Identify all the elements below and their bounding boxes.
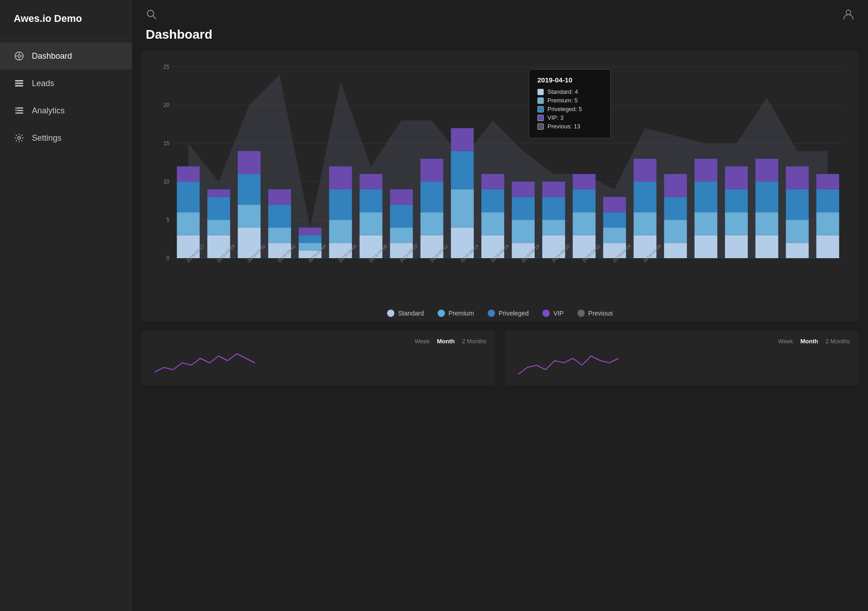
svg-rect-108 [756, 235, 778, 258]
legend-standard-label: Standard [398, 310, 424, 317]
svg-rect-38 [207, 197, 230, 220]
svg-rect-78 [512, 197, 535, 220]
leads-icon [14, 78, 25, 89]
svg-rect-106 [725, 189, 748, 212]
svg-rect-96 [664, 243, 687, 258]
bottom-cards: Week Month 2 Months Week Month 2 Months [141, 331, 859, 385]
svg-rect-95 [633, 159, 656, 182]
search-area[interactable] [146, 9, 157, 22]
card-1-svg [150, 349, 486, 377]
bottom-card-1: Week Month 2 Months [141, 331, 495, 385]
page-title: Dashboard [132, 27, 868, 51]
svg-rect-101 [694, 212, 717, 235]
legend-premium: Premium [438, 310, 474, 317]
svg-rect-100 [694, 235, 717, 258]
svg-rect-103 [694, 159, 717, 182]
svg-rect-102 [694, 182, 717, 212]
search-icon[interactable] [146, 9, 157, 22]
svg-rect-77 [512, 220, 535, 243]
card-2-svg [514, 349, 850, 377]
svg-rect-70 [451, 151, 474, 189]
svg-text:25: 25 [163, 64, 170, 70]
svg-rect-34 [177, 182, 199, 212]
svg-rect-90 [603, 212, 626, 228]
svg-rect-46 [268, 204, 291, 227]
legend-previous: Previous [577, 310, 613, 317]
svg-rect-94 [633, 182, 656, 212]
svg-rect-113 [786, 220, 809, 243]
svg-rect-112 [786, 243, 809, 258]
svg-rect-12 [15, 107, 17, 109]
svg-rect-71 [451, 128, 474, 151]
svg-rect-118 [816, 189, 839, 212]
svg-rect-97 [664, 220, 687, 243]
svg-rect-105 [725, 212, 748, 235]
svg-rect-115 [786, 166, 809, 189]
sidebar-nav: Dashboard Leads [0, 39, 132, 152]
sidebar-item-leads[interactable]: Leads [0, 70, 132, 97]
svg-rect-81 [542, 220, 565, 235]
svg-rect-8 [15, 85, 23, 87]
svg-rect-107 [725, 166, 748, 189]
card-1-tab-2months[interactable]: 2 Months [462, 338, 486, 345]
chart-svg: 05101520252019-03-272019-03-292019-03-31… [150, 60, 850, 297]
svg-rect-7 [15, 83, 23, 84]
svg-point-18 [846, 10, 851, 15]
sidebar-item-dashboard[interactable]: Dashboard [0, 42, 132, 70]
svg-rect-75 [481, 174, 504, 189]
legend-standard: Standard [387, 310, 424, 317]
sidebar-item-settings[interactable]: Settings [0, 124, 132, 152]
card-1-tab-month[interactable]: Month [437, 338, 455, 345]
card-2-tab-week[interactable]: Week [778, 338, 793, 345]
svg-rect-104 [725, 235, 748, 258]
sidebar-item-settings-label: Settings [32, 133, 61, 143]
sidebar-item-analytics[interactable]: Analytics [0, 97, 132, 124]
svg-rect-53 [329, 220, 352, 243]
svg-rect-51 [299, 228, 322, 235]
svg-rect-55 [329, 166, 352, 189]
svg-rect-79 [512, 182, 535, 197]
svg-rect-119 [816, 174, 839, 189]
legend-vip: VIP [542, 310, 564, 317]
analytics-icon [14, 105, 25, 116]
svg-rect-74 [481, 189, 504, 212]
svg-rect-82 [542, 197, 565, 220]
card-2-tab-2months[interactable]: 2 Months [826, 338, 850, 345]
legend-previous-dot [577, 310, 585, 317]
settings-icon [14, 132, 25, 143]
svg-rect-87 [573, 174, 596, 189]
svg-rect-54 [329, 189, 352, 220]
svg-rect-50 [299, 235, 322, 243]
svg-rect-116 [816, 235, 839, 258]
svg-text:15: 15 [163, 140, 170, 147]
svg-text:10: 10 [163, 178, 170, 185]
header [132, 0, 868, 27]
svg-rect-114 [786, 189, 809, 220]
chart-area: 05101520252019-03-272019-03-292019-03-31… [150, 60, 850, 297]
svg-point-1 [18, 55, 20, 57]
card-2-chart [514, 349, 850, 377]
legend-vip-label: VIP [553, 310, 564, 317]
card-1-tab-week[interactable]: Week [415, 338, 430, 345]
sidebar-item-dashboard-label: Dashboard [32, 51, 72, 61]
sidebar-item-leads-label: Leads [32, 79, 54, 88]
main-content: Dashboard 05101520252019-03-272019-03-29… [132, 0, 868, 611]
svg-rect-65 [420, 212, 443, 235]
svg-rect-67 [420, 159, 443, 182]
svg-rect-61 [390, 228, 413, 243]
sidebar: Awes.io Demo Dashboard [0, 0, 132, 611]
card-1-chart [150, 349, 486, 377]
legend-standard-dot [387, 310, 394, 317]
svg-rect-14 [15, 112, 16, 114]
svg-rect-47 [268, 189, 291, 205]
legend-premium-label: Premium [449, 310, 474, 317]
user-avatar-icon[interactable] [842, 8, 854, 23]
svg-point-15 [18, 137, 20, 139]
svg-text:5: 5 [166, 217, 169, 223]
card-2-tab-month[interactable]: Month [801, 338, 818, 345]
legend-priveleged-label: Priveleged [499, 310, 529, 317]
svg-rect-59 [360, 174, 383, 189]
svg-rect-99 [664, 174, 687, 197]
svg-text:20: 20 [163, 102, 170, 108]
svg-rect-57 [360, 212, 383, 235]
